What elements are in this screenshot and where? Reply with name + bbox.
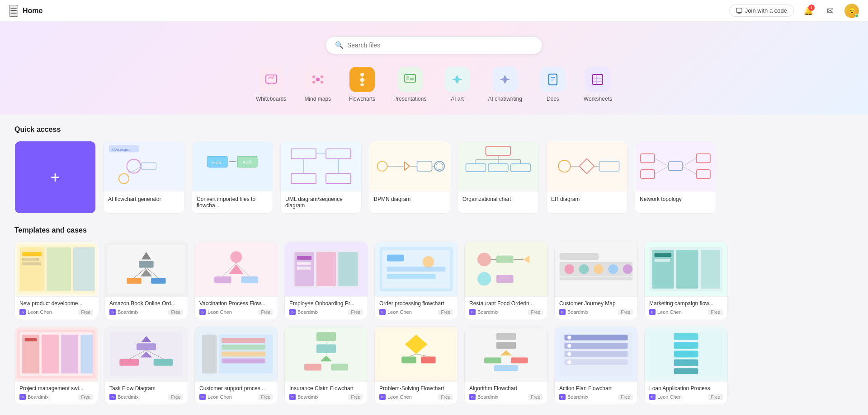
author-logo-t2: b (109, 309, 116, 315)
template-thumb-t6 (465, 242, 547, 296)
header-right: Join with a code 🔔 1 ✉ 😊 (729, 4, 859, 18)
template-card-t4[interactable]: Employee Onboarding Pr... b Boardmix Fre… (284, 242, 368, 319)
network-topology-card[interactable]: Network topology (635, 141, 716, 214)
svg-rect-64 (599, 161, 619, 171)
org-chart-label: Organizational chart (458, 191, 538, 207)
template-card-t10[interactable]: Task Flow Diagram b Boardmix Free (104, 326, 188, 404)
template-card-t11[interactable]: Customer support proces... b Leon Chen F… (194, 326, 278, 404)
template-author-t6: b Boardmix (469, 309, 498, 315)
online-indicator (855, 14, 859, 18)
bpmn-thumb-svg (369, 141, 450, 191)
hero-section: 🔍 WhiteboardsMind mapsFlowchartsPresenta… (0, 22, 868, 115)
main-content: Quick access + New flowchart AI Assistan… (0, 115, 868, 415)
author-logo-t4: b (289, 309, 296, 315)
presentations-icon (397, 67, 423, 92)
svg-rect-40 (291, 174, 316, 184)
join-code-button[interactable]: Join with a code (729, 5, 794, 17)
template-thumb-t15 (555, 327, 637, 381)
menu-icon[interactable]: ☰ (9, 5, 18, 17)
svg-rect-149 (222, 338, 265, 343)
template-card-t1[interactable]: New product developme... b Leon Chen Fre… (14, 242, 98, 319)
svg-point-3 (312, 75, 315, 78)
template-card-t3[interactable]: Vaccination Process Flow... b Leon Chen … (194, 242, 278, 319)
template-card-t13[interactable]: Problem-Solving Flowchart b Leon Chen Fr… (374, 326, 458, 404)
convert-card[interactable]: Visio SVG Convert imported files to flow… (192, 141, 273, 214)
new-flowchart-card[interactable]: + New flowchart (14, 141, 96, 214)
template-meta-t15: b Boardmix Free (559, 394, 633, 400)
svg-rect-18 (410, 78, 414, 80)
svg-rect-127 (676, 250, 698, 289)
template-thumb-t16 (645, 327, 727, 381)
template-card-t8[interactable]: Marketing campaign flow... b Leon Chen F… (644, 242, 728, 319)
mail-button[interactable]: ✉ (823, 4, 837, 18)
template-card-t2[interactable]: Amazon Book Online Ord... b Boardmix Fre… (104, 242, 188, 319)
svg-rect-124 (560, 253, 599, 260)
notification-button[interactable]: 🔔 1 (801, 4, 816, 18)
author-logo-t1: b (19, 309, 26, 315)
svg-rect-156 (304, 364, 321, 371)
er-diagram-card[interactable]: ER diagram (546, 141, 627, 214)
network-topology-label: Network topology (635, 191, 716, 207)
svg-line-7 (315, 77, 316, 79)
category-aichat[interactable]: AI chat/writing (488, 67, 522, 102)
category-whiteboards[interactable]: Whiteboards (256, 67, 286, 102)
template-info-t10: Task Flow Diagram b Boardmix Free (105, 381, 188, 404)
template-info-t4: Employee Onboarding Pr... b Boardmix Fre… (285, 296, 368, 319)
svg-rect-178 (565, 351, 628, 357)
author-logo-t16: b (649, 394, 656, 400)
template-meta-t2: b Boardmix Free (109, 309, 183, 315)
svg-rect-167 (496, 333, 516, 340)
svg-rect-39 (326, 149, 351, 159)
template-card-t6[interactable]: Restaurant Food Orderin... b Boardmix Fr… (464, 242, 548, 319)
user-avatar[interactable]: 😊 (844, 4, 859, 18)
template-thumb-t12 (285, 327, 368, 381)
template-card-t9[interactable]: Project management swi... b Boardmix Fre… (14, 326, 98, 404)
svg-point-179 (567, 352, 571, 356)
category-docs[interactable]: Docs (540, 67, 566, 102)
svg-rect-88 (151, 278, 165, 284)
uml-card[interactable]: UML diagram/sequence diagram (280, 141, 362, 214)
svg-rect-130 (655, 259, 670, 261)
template-card-t5[interactable]: Order processing flowchart b Leon Chen F… (374, 242, 458, 319)
svg-rect-99 (316, 252, 336, 286)
org-chart-card[interactable]: Organizational chart (458, 141, 539, 214)
template-card-t12[interactable]: Insurance Claim Flowchart b Boardmix Fre… (284, 326, 368, 404)
category-worksheets[interactable]: Worksheets (584, 67, 612, 102)
worksheets-label: Worksheets (584, 96, 612, 102)
template-name-t11: Customer support proces... (199, 385, 273, 392)
template-info-t7: Customer Journey Map b Boardmix Free (555, 296, 637, 319)
template-author-t11: b Leon Chen (199, 394, 232, 400)
template-meta-t16: b Leon Chen Free (649, 394, 723, 400)
svg-rect-87 (127, 278, 141, 284)
template-author-t10: b Boardmix (109, 394, 138, 400)
template-info-t5: Order processing flowchart b Leon Chen F… (375, 296, 458, 319)
mindmaps-label: Mind maps (304, 96, 331, 102)
template-author-t4: b Boardmix (289, 309, 318, 315)
template-card-t16[interactable]: Loan Application Process b Leon Chen Fre… (644, 326, 728, 404)
svg-rect-180 (565, 359, 628, 365)
template-card-t15[interactable]: Action Plan Flowchart b Boardmix Free (554, 326, 638, 404)
template-card-t7[interactable]: Customer Journey Map b Boardmix Free (554, 242, 638, 319)
search-input[interactable] (347, 42, 533, 49)
category-mindmaps[interactable]: Mind maps (304, 67, 331, 102)
category-presentations[interactable]: Presentations (393, 67, 426, 102)
svg-rect-187 (674, 368, 698, 374)
uml-label: UML diagram/sequence diagram (281, 191, 361, 213)
category-aiart[interactable]: AI art (444, 67, 470, 102)
free-badge-t6: Free (528, 309, 543, 315)
svg-rect-134 (42, 335, 59, 373)
svg-point-5 (321, 75, 323, 78)
template-thumb-t11 (195, 327, 278, 381)
template-name-t16: Loan Application Process (649, 385, 723, 392)
template-info-t8: Marketing campaign flow... b Leon Chen F… (645, 296, 727, 319)
category-flowcharts[interactable]: Flowcharts (349, 67, 375, 102)
svg-rect-80 (22, 252, 42, 256)
template-card-t14[interactable]: Algorithm Flowchart b Boardmix Free (464, 326, 548, 404)
convert-thumb: Visio SVG (192, 141, 273, 191)
ai-flowchart-card[interactable]: AI Assistant AI flowchart generator (103, 141, 184, 214)
author-logo-t15: b (559, 394, 566, 400)
search-bar[interactable]: 🔍 (326, 36, 542, 54)
bpmn-card[interactable]: BPMN diagram (369, 141, 450, 214)
template-author-t14: b Boardmix (469, 394, 498, 400)
er-diagram-thumb (547, 141, 627, 191)
